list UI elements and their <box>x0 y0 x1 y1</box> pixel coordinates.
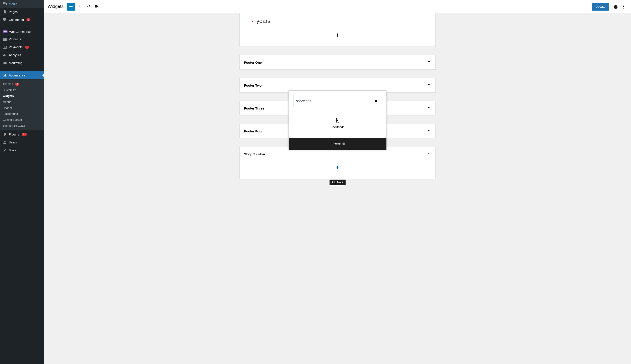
search-results: [/] Shortcode <box>289 112 386 138</box>
add-block-toggle-button[interactable] <box>67 3 75 10</box>
sidebar-item-label: Pages <box>9 10 18 14</box>
sidebar-item-label: Appearance <box>9 74 26 77</box>
shortcode-icon: [/] <box>327 116 348 123</box>
sidebar-item-plugins[interactable]: Plugins 11 <box>0 130 44 138</box>
list-view-button[interactable] <box>93 3 101 10</box>
panel-title: Footer Four <box>244 129 263 133</box>
sidebar-item-label: Media <box>9 2 17 6</box>
block-result-shortcode[interactable]: [/] Shortcode <box>324 114 351 132</box>
add-block-tooltip: Add block <box>330 180 346 185</box>
clear-search-button[interactable] <box>373 98 379 105</box>
submenu-item-menus[interactable]: Menus <box>0 99 44 105</box>
close-icon <box>374 100 378 104</box>
chevron-down-icon <box>427 128 431 134</box>
svg-point-3 <box>623 6 624 7</box>
sidebar-item-marketing[interactable]: Marketing <box>0 59 44 67</box>
main-content: Widgets Update years <box>44 0 631 364</box>
redo-button[interactable] <box>85 3 93 10</box>
sidebar-item-media[interactable]: Media <box>0 0 44 8</box>
sidebar-item-label: Users <box>9 140 17 144</box>
pages-icon <box>3 10 7 14</box>
settings-button[interactable] <box>611 3 619 10</box>
plugins-icon <box>3 132 7 136</box>
submenu-item-theme-file-editor[interactable]: Theme File Editor <box>0 123 44 129</box>
undo-button[interactable] <box>77 3 85 10</box>
svg-text:$: $ <box>4 46 5 48</box>
svg-point-2 <box>623 5 624 5</box>
payments-badge: 1 <box>25 46 29 49</box>
page-title: Widgets <box>48 4 64 9</box>
panel-title: Footer Three <box>244 106 264 110</box>
block-result-label: Shortcode <box>327 125 348 129</box>
sidebar-item-woocommerce[interactable]: Woo WooCommerce <box>0 28 44 35</box>
sidebar-item-pages[interactable]: Pages <box>0 8 44 16</box>
plus-icon <box>335 164 340 171</box>
sidebar-item-users[interactable]: Users <box>0 138 44 146</box>
sidebar-item-label: Tools <box>9 148 16 152</box>
sidebar-item-comments[interactable]: Comments 3 <box>0 16 44 24</box>
block-inserter-popover: [/] Shortcode Browse all <box>289 90 387 150</box>
sidebar-item-tools[interactable]: Tools <box>0 146 44 154</box>
appearance-submenu: Themes 8 Customize Widgets Menus Header … <box>0 79 44 130</box>
block-search-input[interactable] <box>296 99 373 103</box>
bullet-icon <box>252 21 253 22</box>
media-icon <box>3 2 7 6</box>
submenu-item-widgets[interactable]: Widgets <box>0 93 44 99</box>
sidebar-item-label: Plugins <box>9 133 19 136</box>
editor-topbar: Widgets Update <box>44 0 631 13</box>
analytics-icon <box>3 53 7 57</box>
widget-panel-shop-sidebar: Shop Sidebar Add block <box>239 147 436 179</box>
browse-all-button[interactable]: Browse all <box>289 138 386 150</box>
widget-editor-content: years Footer One Footer Two <box>44 13 631 364</box>
appearance-icon <box>3 73 7 78</box>
tools-icon <box>3 148 7 152</box>
widget-panel-expanded: years <box>239 13 436 47</box>
comments-icon <box>3 18 7 22</box>
submenu-item-header[interactable]: Header <box>0 105 44 111</box>
add-block-button-active[interactable] <box>244 161 431 174</box>
widget-panel-footer-one[interactable]: Footer One <box>239 55 436 70</box>
chevron-up-icon <box>427 151 431 157</box>
submenu-item-background[interactable]: Background <box>0 111 44 117</box>
sidebar-item-payments[interactable]: $ Payments 1 <box>0 43 44 51</box>
admin-sidebar: Media Pages Comments 3 Woo WooCommerce P… <box>0 0 44 364</box>
chevron-down-icon <box>427 60 431 65</box>
update-button[interactable]: Update <box>592 3 609 10</box>
panel-title: Footer Two <box>244 84 262 87</box>
themes-badge: 8 <box>15 83 19 86</box>
plus-icon <box>335 32 340 38</box>
add-block-button[interactable] <box>244 29 431 42</box>
sidebar-item-label: WooCommerce <box>9 30 31 34</box>
search-input-container <box>293 95 382 107</box>
chevron-down-icon <box>427 106 431 111</box>
sidebar-item-analytics[interactable]: Analytics <box>0 51 44 59</box>
sidebar-item-label: Payments <box>9 46 23 49</box>
sidebar-item-products[interactable]: Products <box>0 35 44 43</box>
comments-badge: 3 <box>27 18 31 21</box>
svg-point-4 <box>623 8 624 8</box>
users-icon <box>3 140 7 144</box>
panel-title: Footer One <box>244 60 262 64</box>
text-fragment: years <box>244 18 431 24</box>
chevron-down-icon <box>427 83 431 88</box>
sidebar-item-label: Comments <box>9 18 24 22</box>
submenu-item-themes[interactable]: Themes 8 <box>0 81 44 87</box>
plugins-badge: 11 <box>22 133 27 136</box>
products-icon <box>3 37 7 42</box>
woo-icon: Woo <box>3 30 8 33</box>
options-button[interactable] <box>619 3 627 10</box>
submenu-item-customize[interactable]: Customize <box>0 87 44 93</box>
sidebar-item-appearance[interactable]: Appearance <box>0 72 44 79</box>
payments-icon: $ <box>3 45 7 49</box>
submenu-item-getting-started[interactable]: Getting Started <box>0 117 44 123</box>
marketing-icon <box>3 61 7 65</box>
sidebar-item-label: Analytics <box>9 53 21 57</box>
panel-title: Shop Sidebar <box>244 152 265 156</box>
sidebar-item-label: Products <box>9 38 21 41</box>
sidebar-item-label: Marketing <box>9 61 22 65</box>
